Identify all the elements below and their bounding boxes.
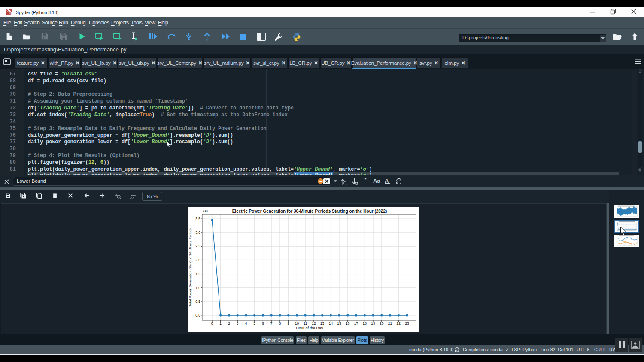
svg-text:18: 18 — [363, 321, 367, 326]
svg-text:1.0: 1.0 — [195, 286, 200, 290]
svg-text:3.5: 3.5 — [195, 217, 200, 221]
svg-text:5: 5 — [253, 321, 255, 326]
svg-text:7: 7 — [270, 321, 273, 326]
svg-text:23: 23 — [405, 321, 409, 326]
svg-text:11: 11 — [304, 321, 307, 326]
svg-text:0.5: 0.5 — [195, 299, 200, 304]
svg-text:20: 20 — [380, 321, 384, 326]
svg-text:Total Power Generation (Sum) i: Total Power Generation (Sum) in 30-Minut… — [188, 228, 192, 306]
svg-text:4: 4 — [245, 321, 247, 326]
svg-text:1e7: 1e7 — [203, 209, 209, 213]
svg-text:16: 16 — [346, 321, 350, 326]
svg-text:3.0: 3.0 — [195, 230, 200, 235]
svg-text:22: 22 — [397, 321, 401, 326]
svg-text:21: 21 — [388, 321, 392, 326]
svg-text:2.5: 2.5 — [195, 244, 200, 248]
svg-text:17: 17 — [354, 321, 358, 326]
svg-text:S: S — [9, 12, 11, 15]
svg-text:6: 6 — [262, 321, 264, 326]
svg-text:15: 15 — [337, 321, 341, 326]
svg-text:2.0: 2.0 — [195, 258, 200, 262]
svg-text:2: 2 — [228, 321, 230, 326]
svg-text:1.5: 1.5 — [195, 272, 200, 276]
svg-text:Hour of the Day: Hour of the Day — [296, 326, 323, 330]
svg-text:8: 8 — [279, 321, 281, 326]
svg-text:13: 13 — [320, 321, 325, 326]
svg-text:10: 10 — [295, 321, 299, 326]
svg-text:9: 9 — [287, 321, 289, 326]
svg-text:3: 3 — [237, 321, 239, 326]
svg-text:Electric Power Generation for: Electric Power Generation for 30-Minute … — [232, 209, 387, 214]
svg-text:14: 14 — [329, 321, 333, 326]
svg-text:0: 0 — [211, 321, 213, 326]
svg-text:0.0: 0.0 — [195, 313, 200, 317]
svg-text:19: 19 — [371, 321, 375, 326]
svg-text:1: 1 — [219, 321, 222, 326]
svg-text:12: 12 — [312, 321, 316, 326]
